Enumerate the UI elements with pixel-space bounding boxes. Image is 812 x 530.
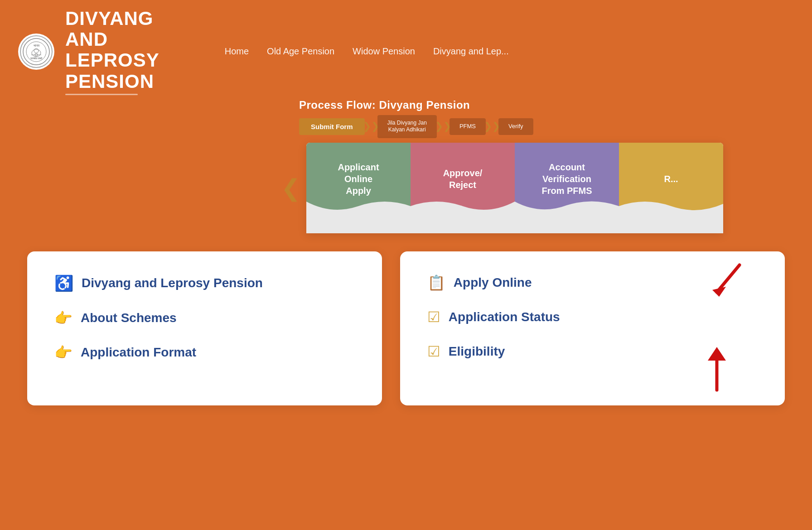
flow-card-purple-top: AccountVerificationFrom PFMS xyxy=(515,143,619,215)
submit-form-btn[interactable]: Submit Form xyxy=(299,118,365,135)
application-status-label: Application Status xyxy=(449,310,560,324)
flow-card-green-text: ApplicantOnlineApply xyxy=(333,157,383,201)
link-application-status[interactable]: ☑ Application Status xyxy=(427,308,758,326)
flow-card-pink-top: Approve/Reject xyxy=(411,143,515,215)
process-step-2: Jila Divyang Jan Kalyan Adhikari xyxy=(377,115,437,138)
application-format-label: Application Format xyxy=(81,345,196,360)
carousel-left-arrow[interactable]: ❮ xyxy=(281,176,301,200)
flow-card-pink-text: Approve/Reject xyxy=(439,163,487,195)
process-step-4: Verify xyxy=(498,118,533,135)
flow-card-purple-text: AccountVerificationFrom PFMS xyxy=(537,157,596,201)
flow-card-green-top: ApplicantOnlineApply xyxy=(306,143,411,215)
flow-card-green-bottom xyxy=(306,215,411,233)
logo-emblem: भारत सत्यमेव जयते xyxy=(22,38,50,66)
logo-inner: भारत सत्यमेव जयते xyxy=(20,35,53,68)
apply-online-label: Apply Online xyxy=(454,275,532,290)
calendar-icon: 📋 xyxy=(427,274,445,291)
flow-card-verification: AccountVerificationFrom PFMS xyxy=(515,143,619,233)
flow-card-r: R... xyxy=(619,143,723,233)
flow-card-yellow-top: R... xyxy=(619,143,723,215)
checkbox-icon-1: ☑ xyxy=(427,308,440,326)
nav-old-age[interactable]: Old Age Pension xyxy=(267,46,334,57)
bottom-section: ♿ Divyang and Leprosy Pension 👉 About Sc… xyxy=(0,233,812,433)
flow-card-yellow-bottom xyxy=(619,215,723,233)
flow-cards-container: ApplicantOnlineApply Approve/Reject xyxy=(306,143,723,233)
logo: भारत सत्यमेव जयते xyxy=(18,34,54,70)
link-application-format[interactable]: 👉 Application Format xyxy=(54,344,355,361)
svg-text:सत्यमेव जयते: सत्यमेव जयते xyxy=(30,57,43,60)
process-step-3: PFMS xyxy=(450,118,486,135)
arrow-up-svg xyxy=(699,340,735,395)
wave-yellow xyxy=(619,197,723,215)
svg-text:भारत: भारत xyxy=(34,44,40,48)
left-info-card: ♿ Divyang and Leprosy Pension 👉 About Sc… xyxy=(27,251,382,405)
flow-card-pink-bottom xyxy=(411,215,515,233)
checkbox-icon-2: ☑ xyxy=(427,343,440,360)
header: भारत सत्यमेव जयते DIVYANG AND LEPROSY PE… xyxy=(0,0,812,103)
link-divyang-pension[interactable]: ♿ Divyang and Leprosy Pension xyxy=(54,274,355,292)
nav-divyang[interactable]: Divyang and Lep... xyxy=(433,46,509,57)
red-arrow-up xyxy=(699,340,735,396)
nav-widow[interactable]: Widow Pension xyxy=(353,46,415,57)
right-info-card: 📋 Apply Online ☑ Application Status ☑ El… xyxy=(400,251,785,405)
carousel-outer: ❮ ApplicantOnlineApply Approve/Reject xyxy=(281,143,794,233)
red-arrow-down-right xyxy=(703,260,758,308)
flow-card-purple-bottom xyxy=(515,215,619,233)
point-right-icon-1: 👉 xyxy=(54,309,72,327)
eligibility-label: Eligibility xyxy=(449,344,505,359)
wave-pink xyxy=(411,197,515,215)
about-schemes-label: About Schemes xyxy=(81,311,177,325)
link-about-schemes[interactable]: 👉 About Schemes xyxy=(54,309,355,327)
flow-card-approve: Approve/Reject xyxy=(411,143,515,233)
svg-point-0 xyxy=(23,39,49,65)
arrow-icon-1: ❯❯ xyxy=(363,120,379,132)
process-flow-title: Process Flow: Divyang Pension xyxy=(299,99,470,111)
wheelchair-icon: ♿ xyxy=(54,274,73,292)
nav-home[interactable]: Home xyxy=(225,46,249,57)
process-section: Process Flow: Divyang Pension Submit For… xyxy=(0,99,812,233)
divyang-pension-label: Divyang and Leprosy Pension xyxy=(82,276,263,290)
flow-card-yellow-text: R... xyxy=(659,169,682,189)
process-bar: Submit Form ❯❯ Jila Divyang Jan Kalyan A… xyxy=(299,115,794,138)
arrow-icon-3: ❯❯ xyxy=(484,120,500,132)
svg-marker-11 xyxy=(708,347,726,361)
arrow-icon-2: ❯❯ xyxy=(435,120,451,132)
main-nav: Home Old Age Pension Widow Pension Divya… xyxy=(225,46,509,57)
site-title: DIVYANG AND LEPROSY PENSION xyxy=(65,8,160,95)
flow-card-applicant: ApplicantOnlineApply xyxy=(306,143,411,233)
point-right-icon-2: 👉 xyxy=(54,344,72,361)
arrow-down-right-svg xyxy=(703,260,758,306)
logo-divider xyxy=(65,94,138,95)
